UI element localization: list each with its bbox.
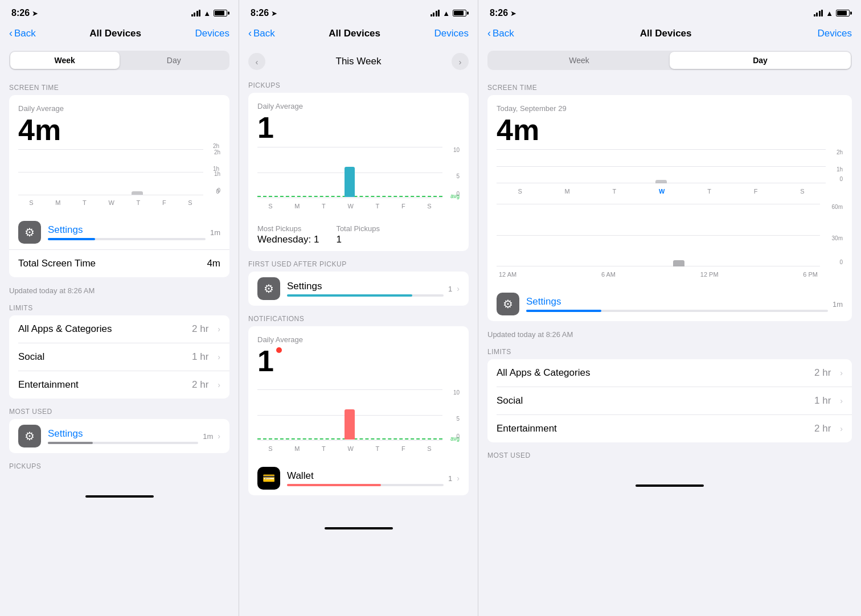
pickup-number: 1 xyxy=(257,113,460,142)
most-used-bar-left xyxy=(48,442,93,444)
y-label-2h-left: 2h xyxy=(213,143,219,149)
segment-control-left: Week Day xyxy=(9,51,229,70)
most-used-info-left: Settings xyxy=(48,428,198,444)
segment-week-right[interactable]: Week xyxy=(489,52,670,69)
back-button-left[interactable]: ‹ Back xyxy=(9,27,36,39)
x-t1-left: T xyxy=(83,199,87,206)
most-used-name-left: Settings xyxy=(48,428,198,440)
status-icons-mid: ▲ xyxy=(430,9,466,18)
wallet-info: Wallet xyxy=(287,470,444,486)
limit-name-1-right: Social xyxy=(497,395,814,406)
screen-time-card-right: Today, September 29 4m xyxy=(487,95,852,321)
limit-value-1-left: 1 hr xyxy=(192,351,208,363)
signal-left xyxy=(191,10,201,17)
screen-time-label-right: SCREEN TIME xyxy=(478,79,861,95)
limit-name-0-left: All Apps & Categories xyxy=(18,323,192,335)
pickups-label-left: PICKUPS xyxy=(0,458,239,474)
total-pickups-value: 1 xyxy=(336,234,380,245)
wifi-icon-right: ▲ xyxy=(826,9,833,18)
y1h-left: 1h xyxy=(214,171,220,177)
most-used-row-left[interactable]: ⚙ Settings 1m › xyxy=(9,419,229,453)
total-label-left: Total Screen Time xyxy=(18,258,96,269)
segment-day-right[interactable]: Day xyxy=(670,52,851,69)
limit-row-2-left[interactable]: Entertainment 2 hr › xyxy=(9,371,229,399)
devices-button-left[interactable]: Devices xyxy=(195,28,229,39)
rwx-t1: T xyxy=(612,188,616,195)
dx-6am: 6 AM xyxy=(601,271,616,278)
wifi-icon-mid: ▲ xyxy=(442,9,450,18)
nx-m: M xyxy=(294,445,300,452)
wallet-symbol: 💳 xyxy=(263,472,275,484)
y2h-left: 2h xyxy=(214,149,220,155)
px-w: W xyxy=(347,203,353,210)
px-t1: T xyxy=(322,203,326,210)
x-s1-left: S xyxy=(29,199,33,206)
rwx-s1: S xyxy=(518,188,522,195)
notifications-label: NOTIFICATIONS xyxy=(239,310,478,326)
app-row-left[interactable]: ⚙ Settings 1m xyxy=(9,215,229,249)
app-info-right: Settings xyxy=(526,296,828,312)
most-used-label-right: MOST USED xyxy=(478,447,861,463)
most-pickups-label: Most Pickups xyxy=(257,224,319,233)
wallet-row[interactable]: 💳 Wallet 1 › xyxy=(248,461,469,495)
pickups-section-label: PICKUPS xyxy=(239,77,478,93)
limits-label-left: LIMITS xyxy=(0,299,239,315)
nx-s2: S xyxy=(427,445,431,452)
week-bars-right xyxy=(497,149,826,183)
big-number-right: 4m xyxy=(497,115,843,145)
nx-t1: T xyxy=(322,445,326,452)
updated-text-left: Updated today at 8:26 AM xyxy=(0,282,239,299)
segment-day-left[interactable]: Day xyxy=(120,52,229,69)
total-value-left: 4m xyxy=(207,258,220,269)
limit-value-0-right: 2 hr xyxy=(814,367,831,379)
ny10: 10 xyxy=(453,389,460,396)
wallet-icon: 💳 xyxy=(257,467,280,490)
bar-chart-left: 2h 1h 0 S M xyxy=(18,149,220,206)
total-pickups-label: Total Pickups xyxy=(336,224,380,233)
limit-row-0-left[interactable]: All Apps & Categories 2 hr › xyxy=(9,315,229,343)
week-x-right: S M T W T F S xyxy=(497,188,826,195)
x-t2-left: T xyxy=(137,199,141,206)
status-bar-left: 8:26 ➤ ▲ xyxy=(0,0,239,23)
pickup-bars xyxy=(257,147,442,197)
wallet-name: Wallet xyxy=(287,470,444,482)
rwx-t2: T xyxy=(707,188,711,195)
limits-label-right: LIMITS xyxy=(478,343,861,359)
devices-button-right[interactable]: Devices xyxy=(818,28,852,39)
wallet-count: 1 xyxy=(448,474,452,483)
back-label-left: Back xyxy=(14,28,36,39)
first-used-bar xyxy=(287,294,412,297)
nav-bar-left: ‹ Back All Devices Devices xyxy=(0,23,239,46)
limit-row-1-right[interactable]: Social 1 hr › xyxy=(487,387,852,414)
left-panel: 8:26 ➤ ▲ ‹ Back All Devices Devices Week… xyxy=(0,0,239,616)
wallet-bar xyxy=(287,484,381,486)
limit-row-0-right[interactable]: All Apps & Categories 2 hr › xyxy=(487,359,852,387)
chevron-0-right: › xyxy=(840,368,843,377)
signal-right xyxy=(814,10,823,17)
app-bar-left xyxy=(48,238,95,240)
chevron-1-left: › xyxy=(218,352,220,362)
back-button-right[interactable]: ‹ Back xyxy=(487,27,514,39)
segment-control-right: Week Day xyxy=(487,51,852,70)
nx-w: W xyxy=(347,445,353,452)
rwx-m: M xyxy=(565,188,570,195)
most-used-time-left: 1m xyxy=(203,432,213,441)
first-used-row[interactable]: ⚙ Settings 1 › xyxy=(248,272,469,306)
next-week-button[interactable]: › xyxy=(452,53,469,70)
limit-row-2-right[interactable]: Entertainment 2 hr › xyxy=(487,415,852,442)
segment-week-left[interactable]: Week xyxy=(10,52,120,69)
limit-value-2-right: 2 hr xyxy=(814,423,831,434)
dy60: 60m xyxy=(832,204,843,210)
status-time-mid: 8:26 xyxy=(251,8,269,18)
prev-week-button[interactable]: ‹ xyxy=(248,53,265,70)
app-row-right[interactable]: ⚙ Settings 1m xyxy=(487,287,852,321)
week-nav: ‹ This Week › xyxy=(239,46,478,77)
rwx-s2: S xyxy=(800,188,804,195)
updated-text-right: Updated today at 8:26 AM xyxy=(478,326,861,343)
limit-row-1-left[interactable]: Social 1 hr › xyxy=(9,343,229,371)
app-name-left: Settings xyxy=(48,224,206,236)
nav-bar-right: ‹ Back All Devices Devices xyxy=(478,23,861,46)
back-button-mid[interactable]: ‹ Back xyxy=(248,27,275,39)
first-used-gear: ⚙ xyxy=(264,282,274,295)
devices-button-mid[interactable]: Devices xyxy=(434,28,469,39)
